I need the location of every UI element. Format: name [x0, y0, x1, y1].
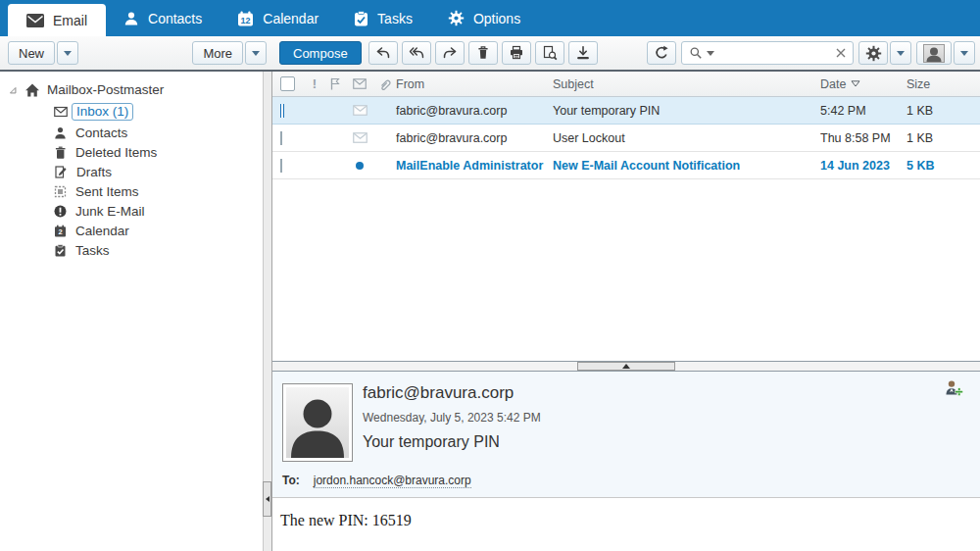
message-subject: Your temporary PIN — [553, 104, 820, 118]
account-icon — [923, 44, 945, 63]
message-list-empty-area — [272, 179, 980, 361]
preview-to-row: To: jordon.hancock@bravura.corp — [282, 474, 471, 488]
read-envelope-icon — [347, 105, 372, 116]
more-button[interactable]: More — [192, 41, 243, 65]
sidebar-item-sent-items[interactable]: Sent Items — [0, 182, 263, 202]
compose-button[interactable]: Compose — [279, 41, 362, 65]
search-input[interactable] — [718, 46, 832, 60]
content-pane: ! From Subject Date Size — [272, 72, 980, 551]
column-importance[interactable]: ! — [306, 76, 323, 91]
search-scope-dropdown[interactable] — [707, 51, 714, 60]
main-area: Mailbox-Postmaster Inbox (1) Contacts De… — [0, 72, 980, 551]
read-envelope-icon — [347, 132, 372, 143]
forward-icon — [442, 45, 458, 61]
flag-icon — [329, 77, 341, 90]
reply-icon — [375, 45, 391, 61]
collapse-sidebar-handle[interactable] — [263, 481, 271, 517]
envelope-icon — [26, 14, 44, 27]
collapse-up-icon — [622, 360, 630, 369]
message-row[interactable]: MailEnable Administrator New E-Mail Acco… — [272, 152, 980, 179]
preview-text-block: fabric@bravura.corp Wednesday, July 5, 2… — [363, 383, 968, 451]
message-size: 5 KB — [906, 159, 980, 173]
column-date[interactable]: Date — [820, 77, 906, 91]
sidebar-item-contacts[interactable]: Contacts — [0, 124, 263, 143]
message-subject: User Lockout — [553, 131, 820, 145]
sidebar-item-deleted-items[interactable]: Deleted Items — [0, 143, 263, 163]
column-flag[interactable] — [323, 77, 347, 90]
toolbar-left-group: New More — [0, 41, 270, 65]
sidebar-item-inbox[interactable]: Inbox (1) — [0, 101, 263, 124]
select-all-checkbox[interactable] — [272, 76, 306, 91]
row-checkbox[interactable] — [280, 131, 282, 145]
download-button[interactable] — [568, 41, 598, 65]
row-checkbox[interactable] — [280, 159, 282, 173]
forward-button[interactable] — [435, 41, 465, 65]
tab-options[interactable]: Options — [430, 0, 538, 36]
view-source-icon — [542, 45, 558, 61]
calendar-icon: 2 — [54, 225, 67, 237]
chevron-down-icon — [897, 51, 905, 60]
chevron-down-icon — [960, 51, 968, 60]
sidebar-item-junk[interactable]: Junk E-Mail — [0, 202, 263, 222]
row-checkbox[interactable] — [280, 104, 284, 118]
check-icon — [281, 104, 283, 118]
column-from[interactable]: From — [396, 77, 553, 91]
drafts-icon — [54, 166, 68, 178]
reply-button[interactable] — [368, 41, 398, 65]
refresh-button[interactable] — [647, 41, 676, 65]
toolbar: New More Compose — [0, 36, 980, 72]
sidebar-item-label: Tasks — [75, 243, 110, 258]
account-button[interactable] — [916, 41, 952, 65]
tab-calendar[interactable]: 12 Calendar — [220, 0, 336, 36]
unread-dot-icon — [356, 162, 364, 170]
sidebar-item-label: Drafts — [76, 165, 112, 179]
column-size[interactable]: Size — [906, 77, 980, 91]
delete-icon — [475, 45, 491, 61]
sidebar-item-calendar[interactable]: 2 Calendar — [0, 222, 263, 241]
tab-tasks[interactable]: Tasks — [336, 0, 430, 36]
settings-icon — [865, 45, 882, 62]
sidebar-item-drafts[interactable]: Drafts — [0, 163, 263, 182]
sent-items-icon — [54, 185, 67, 198]
preview-body: The new PIN: 16519 — [272, 498, 980, 551]
new-button[interactable]: New — [8, 41, 55, 65]
expand-caret-icon[interactable] — [8, 85, 18, 95]
message-date: 5:42 PM — [820, 104, 906, 118]
preview-sender: fabric@bravura.corp — [363, 383, 968, 403]
message-row[interactable]: fabric@bravura.corp User Lockout Thu 8:5… — [272, 125, 980, 152]
view-source-button[interactable] — [535, 41, 564, 65]
column-read-status[interactable] — [347, 78, 372, 89]
preview-subject: Your temporary PIN — [363, 433, 968, 451]
new-dropdown-button[interactable] — [57, 41, 78, 65]
vertical-splitter[interactable] — [263, 72, 272, 551]
to-address-link[interactable]: jordon.hancock@bravura.corp — [314, 474, 471, 488]
sort-desc-icon — [851, 80, 860, 87]
new-split-button: New — [8, 41, 78, 65]
clear-search-icon[interactable] — [836, 48, 846, 58]
download-icon — [575, 45, 591, 61]
mailbox-root[interactable]: Mailbox-Postmaster — [0, 80, 263, 101]
column-subject[interactable]: Subject — [553, 77, 820, 91]
reply-all-button[interactable] — [402, 41, 431, 65]
tab-email[interactable]: Email — [8, 4, 106, 36]
svg-text:12: 12 — [241, 15, 251, 25]
horizontal-splitter[interactable] — [272, 361, 980, 372]
more-dropdown-button[interactable] — [245, 41, 267, 65]
settings-button[interactable] — [858, 41, 888, 65]
collapse-preview-handle[interactable] — [577, 362, 675, 371]
tab-contacts[interactable]: Contacts — [106, 0, 220, 36]
svg-text:2: 2 — [58, 227, 62, 236]
column-attachment[interactable] — [372, 77, 396, 91]
account-dropdown-button[interactable] — [954, 41, 975, 65]
sidebar-item-label: Sent Items — [75, 184, 139, 199]
delete-button[interactable] — [468, 41, 498, 65]
print-button[interactable] — [502, 41, 531, 65]
sidebar-item-tasks[interactable]: Tasks — [0, 241, 263, 261]
inbox-envelope-icon — [54, 106, 68, 118]
search-icon — [689, 46, 703, 60]
preview-header: fabric@bravura.corp Wednesday, July 5, 2… — [272, 372, 980, 498]
refresh-icon — [654, 45, 669, 61]
add-contact-icon[interactable] — [944, 379, 964, 398]
settings-dropdown-button[interactable] — [890, 41, 911, 65]
message-row[interactable]: fabric@bravura.corp Your temporary PIN 5… — [272, 97, 980, 125]
